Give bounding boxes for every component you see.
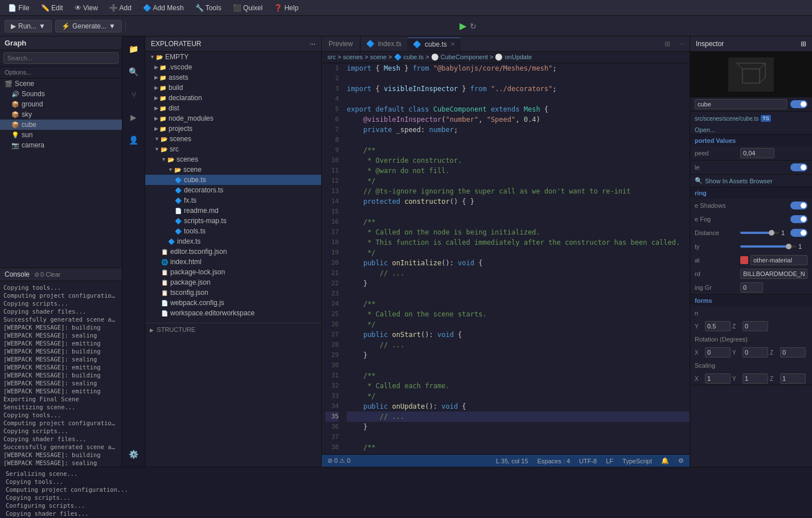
menu-view[interactable]: 👁 View <box>71 3 101 13</box>
explorer-item-package-lock[interactable]: 📋 package-lock.json <box>145 267 321 277</box>
person-icon-btn[interactable]: 👤 <box>126 132 142 148</box>
menu-tools[interactable]: 🔧 Tools <box>192 3 225 13</box>
sy-label: Y <box>732 376 741 382</box>
search-input[interactable] <box>3 52 118 64</box>
explorer-item-scene[interactable]: ▼ 📂 scene <box>145 165 321 175</box>
ty-row: ty 1 <box>690 240 812 253</box>
explorer-item-editor-tsconfig[interactable]: 📋 editor.tsconfig.json <box>145 246 321 257</box>
files-icon-btn[interactable]: 📁 <box>126 41 142 57</box>
run-icon-btn[interactable]: ▶ <box>126 109 142 125</box>
icon-sidebar: 📁 🔍 ⑂ ▶ 👤 ⚙️ <box>122 36 145 467</box>
explorer-item-scripts-map[interactable]: 🔷 scripts-map.ts <box>145 216 321 226</box>
search-icon-btn[interactable]: 🔍 <box>126 64 142 80</box>
explorer-item-projects[interactable]: ▶ 📁 projects <box>145 124 321 134</box>
refresh-button[interactable]: ↻ <box>470 22 477 31</box>
explorer-item-vscode[interactable]: ▶ 📁 .vscode <box>145 62 321 72</box>
tab-cube-ts[interactable]: 🔷 cube.ts ✕ <box>407 38 461 51</box>
explorer-item-assets[interactable]: ▶ 📁 assets <box>145 72 321 83</box>
console-clear-button[interactable]: ⊘ 0 Clear <box>34 271 60 278</box>
explorer-item-node-modules[interactable]: ▶ 📁 node_modules <box>145 113 321 124</box>
breadcrumb-src[interactable]: src <box>327 54 336 60</box>
status-language[interactable]: TypeScript <box>622 458 652 464</box>
scale-z-input[interactable] <box>780 373 806 384</box>
explorer-item-package-json[interactable]: 📋 package.json <box>145 277 321 287</box>
breadcrumb-scenes[interactable]: scenes <box>343 54 363 60</box>
explorer-item-readme-md[interactable]: 📄 readme.md <box>145 205 321 216</box>
breadcrumb-scene[interactable]: scene <box>370 54 387 60</box>
menu-help[interactable]: ❓ Help <box>270 3 302 13</box>
explorer-item-build[interactable]: ▶ 📁 build <box>145 83 321 93</box>
explorer-item-workspace[interactable]: 📄 workspace.editorworkspace <box>145 308 321 318</box>
fog-toggle[interactable] <box>790 215 807 223</box>
speed-input[interactable] <box>740 148 774 158</box>
explorer-item-scenes[interactable]: ▼ 📂 scenes <box>145 134 321 144</box>
explorer-item-index-ts[interactable]: 🔷 index.ts <box>145 236 321 246</box>
tree-item-sun[interactable]: 💡 sun <box>0 130 122 140</box>
console-line: Copying tools... <box>2 411 120 419</box>
explorer-root[interactable]: ▼ 📂 EMPTY <box>145 52 321 62</box>
play-button[interactable]: ▶ <box>460 20 466 31</box>
cast-shadows-toggle[interactable] <box>790 202 807 209</box>
rot-z-input[interactable] <box>780 347 806 357</box>
ty-slider[interactable] <box>740 245 796 248</box>
open-file-button[interactable]: Open... <box>690 125 812 134</box>
pos-y-input[interactable] <box>705 321 731 331</box>
menu-file[interactable]: 📄 File <box>5 3 33 13</box>
tab-index-ts[interactable]: 🔷 index.ts <box>360 38 407 50</box>
svg-line-2 <box>760 63 765 69</box>
show-assets-button[interactable]: 🔍 Show In Assets Browser <box>690 175 812 187</box>
menu-edit[interactable]: ✏️ Edit <box>38 3 67 13</box>
explorer-item-declaration[interactable]: ▶ 📁 declaration <box>145 93 321 103</box>
generate-button[interactable]: ⚡ Generate... ▼ <box>55 20 122 32</box>
explorer-item-dist[interactable]: ▶ 📁 dist <box>145 103 321 113</box>
pos-z-input[interactable] <box>743 321 768 331</box>
rot-x-input[interactable] <box>705 347 731 357</box>
material-input[interactable] <box>751 255 807 265</box>
menu-add-mesh[interactable]: 🔷 Add Mesh <box>140 3 187 13</box>
visibility-toggle[interactable] <box>790 100 807 108</box>
breadcrumb-cube-component[interactable]: ⚪ CubeComponent <box>431 54 488 60</box>
preview-tab[interactable]: Preview <box>322 36 360 51</box>
tree-item-ground[interactable]: 📦 ground <box>0 99 122 109</box>
explorer-item-cube-ts[interactable]: 🔷 cube.ts <box>145 175 321 185</box>
rot-y-input[interactable] <box>743 347 768 357</box>
scale-y-input[interactable] <box>743 373 768 384</box>
console-line: Computing project configuration... <box>2 419 120 427</box>
tab-close-icon[interactable]: ✕ <box>450 41 455 47</box>
settings-icon-btn[interactable]: ⚙️ <box>126 446 142 462</box>
le-toggle[interactable] <box>790 163 807 171</box>
tree-item-sounds[interactable]: 🔊 Sounds <box>0 89 122 99</box>
explorer-item-src-scenes[interactable]: ▼ 📂 scenes <box>145 154 321 165</box>
menu-add[interactable]: ➕ Add <box>106 3 135 13</box>
explorer-item-tools-ts[interactable]: 🔷 tools.ts <box>145 226 321 236</box>
file-link[interactable]: src/scenes/scene/cube.ts TS <box>695 115 771 122</box>
ing-gr-input[interactable] <box>740 282 763 293</box>
explorer-menu-icon[interactable]: ··· <box>310 40 315 48</box>
mesh-name-input[interactable] <box>695 99 787 109</box>
explorer-item-src[interactable]: ▼ 📂 src <box>145 144 321 154</box>
git-icon-btn[interactable]: ⑂ <box>126 87 142 102</box>
code-editor-content[interactable]: 123 456 789 101112 131415 161718 192021 … <box>322 63 690 454</box>
inspector-collapse-icon[interactable]: ⊞ <box>801 40 806 48</box>
distance-slider[interactable] <box>740 232 779 234</box>
tree-item-camera[interactable]: 📷 camera <box>0 140 122 150</box>
scale-x-input[interactable] <box>705 373 731 384</box>
tree-item-cube[interactable]: 📦 cube <box>0 120 122 130</box>
tree-item-sky[interactable]: 📦 sky <box>0 109 122 120</box>
explorer-item-decorators-ts[interactable]: 🔷 decorators.ts <box>145 185 321 195</box>
tree-item-scene[interactable]: 🎬 Scene <box>0 79 122 89</box>
options-button[interactable]: Options... <box>0 67 122 79</box>
explorer-item-fx-ts[interactable]: 🔷 fx.ts <box>145 195 321 205</box>
distance-toggle[interactable] <box>790 229 807 237</box>
menu-quixel[interactable]: ⬛ Quixel <box>229 3 266 13</box>
run-button[interactable]: ▶ Run... ▼ <box>5 20 52 32</box>
breadcrumb-on-update[interactable]: ⚪ onUpdate <box>495 54 532 60</box>
split-editor-icon[interactable]: ⊞ <box>660 40 675 48</box>
explorer-item-webpack-config[interactable]: 📄 webpack.config.js <box>145 298 321 308</box>
billboard-input[interactable] <box>740 269 807 279</box>
explorer-item-tsconfig[interactable]: 📋 tsconfig.json <box>145 287 321 298</box>
inspector-preview <box>690 52 812 97</box>
explorer-item-index-html[interactable]: 🌐 index.html <box>145 257 321 267</box>
breadcrumb-cube-ts[interactable]: 🔷 cube.ts <box>394 54 424 60</box>
editor-more-icon[interactable]: ··· <box>675 40 690 48</box>
